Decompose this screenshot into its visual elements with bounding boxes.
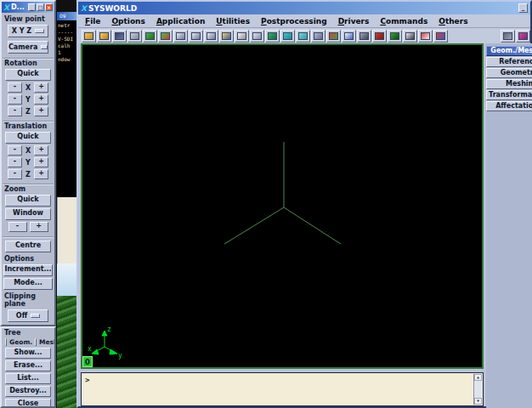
pan-arrows-icon[interactable] xyxy=(204,30,218,42)
fit-view-icon[interactable] xyxy=(173,30,188,42)
tree-list-button[interactable]: List... xyxy=(5,373,51,384)
desktop-wallpaper-sky xyxy=(57,264,76,296)
text-label-icon[interactable] xyxy=(403,30,417,42)
camera-option-button[interactable]: Camera xyxy=(8,41,48,54)
minimize-button[interactable]: _ xyxy=(518,3,528,13)
centre-button[interactable]: Centre xyxy=(5,241,51,252)
rotation-z-label: Z xyxy=(25,108,31,116)
pencil-icon[interactable] xyxy=(235,30,249,42)
sphere-pink-icon[interactable] xyxy=(516,30,530,42)
menu-application[interactable]: Application xyxy=(156,17,205,26)
tree-close-button[interactable]: Close xyxy=(5,399,51,408)
zoom-group-label: Zoom xyxy=(3,184,54,193)
translation-x-minus-button[interactable]: - xyxy=(8,145,22,156)
increment-button[interactable]: Increment... xyxy=(3,264,53,276)
option-menu-icon xyxy=(35,29,44,33)
mode-button[interactable]: Mode... xyxy=(3,278,53,290)
tree-show-button[interactable]: Show... xyxy=(5,348,51,359)
scroll-down-icon[interactable]: ▼ xyxy=(474,398,482,405)
menu-others[interactable]: Others xyxy=(439,17,467,26)
open-folder-icon[interactable] xyxy=(97,30,111,42)
window-titlebar[interactable]: X SYSWORLD _ xyxy=(78,2,530,14)
menu-file[interactable]: File xyxy=(85,17,100,26)
xyz-option-button[interactable]: X Y Z xyxy=(8,25,48,37)
scroll-up-icon[interactable]: ▲ xyxy=(474,374,482,381)
dialog-maximize-button[interactable]: □ xyxy=(37,3,44,11)
zoom-window-button[interactable]: Window xyxy=(5,208,51,220)
rotation-x-row: - X + xyxy=(2,82,54,93)
print-icon[interactable] xyxy=(127,30,142,42)
rotation-group-label: Rotation xyxy=(3,58,54,67)
rotation-quick-button[interactable]: Quick xyxy=(5,69,51,81)
translation-z-minus-button[interactable]: - xyxy=(8,169,22,179)
panel-button-reference[interactable]: Reference xyxy=(486,57,532,67)
open-file-icon[interactable] xyxy=(82,30,96,42)
translation-y-minus-button[interactable]: - xyxy=(8,157,22,167)
background-window xyxy=(57,197,77,264)
panel-button-geom-mesh[interactable]: Geom./Mesh xyxy=(486,46,532,56)
mesh-toggle[interactable] xyxy=(35,338,37,346)
view-point-label: View point xyxy=(4,15,54,23)
panel-button-geometry[interactable]: Geometry xyxy=(486,68,532,78)
sphere-multi-icon[interactable] xyxy=(326,30,341,42)
menu-drivers[interactable]: Drivers xyxy=(338,17,370,26)
rotation-z-plus-button[interactable]: + xyxy=(34,106,48,116)
colorbar-icon[interactable] xyxy=(433,30,448,42)
terminal-text-line: ndow xyxy=(58,56,76,63)
translation-y-plus-button[interactable]: + xyxy=(34,157,48,167)
mesh-grid-icon[interactable] xyxy=(388,30,402,42)
terminal-text-line: ----- xyxy=(58,29,76,36)
curve-chart-icon[interactable] xyxy=(342,30,356,42)
terminal-text-line: netr xyxy=(58,22,76,29)
panel-button-transformat-[interactable]: Transformat. xyxy=(486,90,532,100)
glasses-icon[interactable] xyxy=(357,30,371,42)
command-scrollbar[interactable]: ▲ ▼ xyxy=(473,374,482,405)
x11-logo-icon: X xyxy=(81,4,87,13)
tree-panel: Tree Geom. Mesh Show...Erase...List...De… xyxy=(0,326,56,408)
axis-label-y: y xyxy=(118,352,122,360)
cube-cyan-light-icon[interactable] xyxy=(296,30,310,42)
translation-z-row: - Z + xyxy=(2,169,54,179)
terminal-window-body: netr-----V-SDIcalh1ndow xyxy=(57,20,76,197)
rotation-z-minus-button[interactable]: - xyxy=(8,106,22,116)
menu-utilities[interactable]: Utilities xyxy=(216,17,250,26)
zoom-in-button[interactable]: + xyxy=(30,222,48,232)
cube-wire-icon[interactable] xyxy=(250,30,264,42)
rotation-y-plus-button[interactable]: + xyxy=(34,94,48,105)
cube-cyan-icon[interactable] xyxy=(280,30,295,42)
dialog-minimize-button[interactable]: _ xyxy=(28,3,36,11)
rotation-x-minus-button[interactable]: - xyxy=(8,82,22,93)
axes-tree-icon[interactable] xyxy=(143,30,157,42)
rotation-y-minus-button[interactable]: - xyxy=(8,94,22,105)
clipping-plane-option-button[interactable]: Off xyxy=(8,309,48,322)
flag-icon[interactable] xyxy=(418,30,433,42)
vertical-arrows-icon[interactable] xyxy=(189,30,203,42)
corner-axes-icon[interactable] xyxy=(158,30,173,42)
cube-green-icon[interactable] xyxy=(265,30,280,42)
rotation-x-plus-button[interactable]: + xyxy=(34,82,48,93)
translation-x-plus-button[interactable]: + xyxy=(34,145,48,156)
model-axes-triad xyxy=(82,45,482,367)
command-area[interactable]: > ▲ ▼ xyxy=(81,372,484,406)
menu-options[interactable]: Options xyxy=(111,17,144,26)
geom-toggle[interactable] xyxy=(5,338,7,346)
dialog-close-icon[interactable]: × xyxy=(45,3,53,11)
translation-z-plus-button[interactable]: + xyxy=(34,169,48,179)
panel-button-meshing[interactable]: Meshing xyxy=(486,79,532,89)
graphics-viewport[interactable]: x y z 0 xyxy=(81,43,484,369)
menu-commands[interactable]: Commands xyxy=(380,17,427,26)
zoom-magnifier-icon[interactable] xyxy=(219,30,234,42)
translation-quick-button[interactable]: Quick xyxy=(5,132,51,144)
tree-erase-button[interactable]: Erase... xyxy=(5,360,51,371)
dialog-titlebar[interactable]: X D... _ □ × xyxy=(2,2,54,13)
camera-icon[interactable] xyxy=(501,30,515,42)
zoom-quick-button[interactable]: Quick xyxy=(5,195,51,207)
panel-button-affectation[interactable]: Affectation xyxy=(486,101,532,111)
cube-mesh-icon[interactable] xyxy=(311,30,325,42)
hierarchy-icon[interactable] xyxy=(372,30,387,42)
tree-destroy-button[interactable]: Destroy... xyxy=(5,386,51,397)
terminal-text-line: calh xyxy=(58,42,76,49)
save-icon[interactable] xyxy=(112,30,127,42)
zoom-out-button[interactable]: - xyxy=(8,222,27,232)
menu-postprocessing[interactable]: Postprocessing xyxy=(261,17,327,26)
